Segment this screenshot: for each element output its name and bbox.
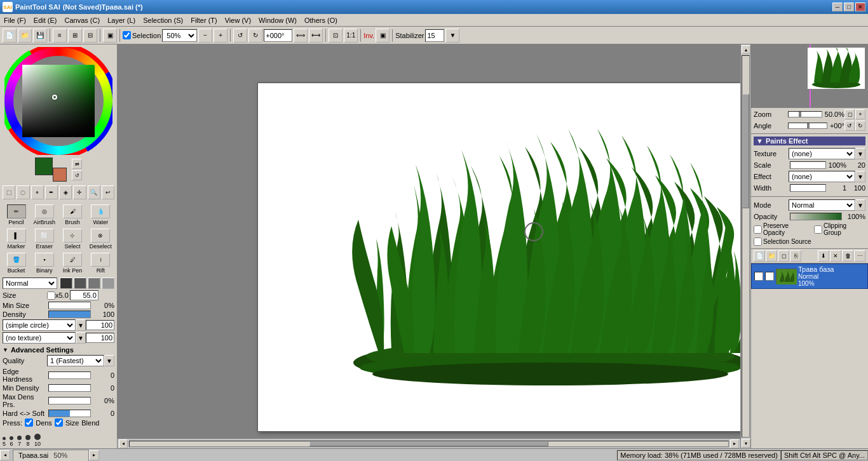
vscrollbar[interactable]: ▴ ▾: [740, 44, 750, 448]
layer-mode-select[interactable]: Normal: [789, 199, 855, 211]
color-wheel-container[interactable]: [4, 47, 112, 155]
texture-value-input[interactable]: [86, 333, 114, 343]
angle-slider[interactable]: [788, 123, 827, 129]
bucket-tool[interactable]: 🪣 Bucket: [3, 251, 30, 275]
menu-others[interactable]: Others (O): [301, 15, 341, 25]
toolbar-save[interactable]: 💾: [33, 29, 47, 43]
fill-btn[interactable]: ◈: [59, 185, 72, 199]
secondary-color-swatch[interactable]: [53, 168, 67, 182]
dot-size-10[interactable]: 10: [34, 434, 41, 447]
zoom-slider[interactable]: [788, 111, 822, 117]
layer-visibility-icon[interactable]: 👁: [754, 272, 763, 281]
magic-wand-btn[interactable]: ⌖: [31, 185, 44, 199]
layer-link-icon[interactable]: ✏: [765, 272, 774, 281]
size-input[interactable]: 55.0: [70, 290, 98, 300]
layer-clear-btn[interactable]: ✕: [830, 250, 841, 262]
eraser-tool[interactable]: ⬜ Eraser: [31, 227, 58, 251]
preserve-opacity-checkbox[interactable]: [754, 225, 762, 234]
vscroll-track[interactable]: [742, 55, 750, 438]
stabilizer-input[interactable]: [425, 29, 444, 42]
canvas-scroll-area[interactable]: [118, 44, 740, 438]
dot-size-6[interactable]: 6: [10, 436, 13, 447]
tab-scroll-right-btn[interactable]: ▸: [89, 450, 99, 460]
menu-canvas[interactable]: Canvas (C): [61, 15, 104, 25]
angle-nav-btn1[interactable]: ↺: [844, 121, 855, 131]
width-slider[interactable]: [790, 184, 826, 192]
clipping-group-checkbox[interactable]: [814, 225, 822, 234]
layer-copy-btn[interactable]: ⎘: [790, 250, 801, 262]
airbrush-tool[interactable]: ◎ AirBrush: [31, 203, 58, 227]
file-tab[interactable]: Трава.sai 50%: [13, 450, 89, 461]
layer-extra-btn[interactable]: ⋯: [854, 250, 865, 262]
menu-filter[interactable]: Filter (T): [187, 15, 221, 25]
primary-color-swatch[interactable]: [35, 157, 53, 175]
texture-type-select[interactable]: (no texture): [3, 332, 76, 344]
zoom-fit-btn[interactable]: ⊡: [329, 29, 342, 43]
min-density-slider[interactable]: [48, 384, 91, 392]
quality-select[interactable]: 1 (Fastest): [47, 355, 104, 366]
effect-dropdown[interactable]: ▼: [855, 171, 865, 182]
dot-size-5[interactable]: 5: [3, 437, 6, 447]
move-btn[interactable]: ✛: [73, 185, 86, 199]
density-slider[interactable]: [48, 311, 91, 318]
scale-slider[interactable]: [790, 161, 826, 169]
menu-edit[interactable]: Edit (E): [30, 15, 61, 25]
brush-tool[interactable]: 🖌 Brush: [59, 203, 86, 227]
effect-select[interactable]: (none): [789, 171, 855, 182]
toolbar-lines[interactable]: ≡: [53, 29, 67, 43]
new-layer-btn[interactable]: 📄: [754, 250, 765, 262]
texture-type-dropdown[interactable]: ▼: [76, 332, 86, 344]
menu-layer[interactable]: Layer (L): [104, 15, 139, 25]
toolbar-open[interactable]: 📁: [18, 29, 32, 43]
shape2-btn[interactable]: [74, 277, 86, 289]
zoom-nav-btn2[interactable]: +: [855, 109, 865, 119]
circle-type-select[interactable]: (simple circle): [3, 319, 76, 331]
rift-tool[interactable]: ≀ Rift: [87, 251, 114, 275]
quality-dropdown[interactable]: ▼: [104, 355, 114, 366]
opacity-slider[interactable]: [790, 213, 842, 220]
zoom-100-btn[interactable]: 1:1: [344, 29, 358, 43]
angle-input[interactable]: [264, 29, 292, 42]
hscroll-track[interactable]: [129, 441, 729, 447]
ink-pen-tool[interactable]: 🖊 Ink Pen: [59, 251, 86, 275]
shape1-btn[interactable]: [60, 277, 72, 289]
eyedropper-btn[interactable]: ✒: [45, 185, 58, 199]
texture-effect-select[interactable]: (none): [789, 148, 855, 159]
zoom-out-btn[interactable]: −: [198, 29, 212, 43]
blend-mode-select[interactable]: Normal: [3, 277, 57, 289]
layer-merge-down-btn[interactable]: ⬇: [818, 250, 829, 262]
inv-btn[interactable]: ▣: [376, 29, 390, 43]
binary-tool[interactable]: ▪ Binary: [31, 251, 58, 275]
max-dens-prs-slider[interactable]: [48, 397, 91, 404]
menu-selection[interactable]: Selection (S): [139, 15, 187, 25]
zoom-tool-btn[interactable]: 🔍: [88, 185, 100, 199]
reset-colors-btn[interactable]: ↺: [72, 170, 82, 180]
pencil-tool[interactable]: ✏ Pencil: [3, 203, 30, 227]
circle-value-input[interactable]: [86, 320, 114, 330]
zoom-in-btn[interactable]: +: [214, 29, 227, 43]
hscroll-thumb[interactable]: [309, 441, 549, 446]
swap-colors-btn[interactable]: ⇄: [72, 159, 82, 169]
toolbar-grid2[interactable]: ⊟: [83, 29, 97, 43]
shape3-btn[interactable]: [88, 277, 100, 289]
menu-file[interactable]: File (F): [0, 15, 30, 25]
stabilizer-down-btn[interactable]: ▼: [445, 29, 459, 43]
close-button[interactable]: ✕: [855, 3, 865, 11]
flip-v-btn[interactable]: ⟷: [309, 29, 323, 43]
color-cursor[interactable]: [52, 95, 57, 100]
menu-view[interactable]: View (V): [221, 15, 255, 25]
selection-checkbox[interactable]: [123, 31, 131, 39]
texture-effect-dropdown[interactable]: ▼: [855, 148, 865, 159]
new-layer-set-btn[interactable]: 📁: [766, 250, 777, 262]
canvas-hscrollbar[interactable]: ◂ ▸: [118, 438, 740, 448]
zoom-select[interactable]: 50% 100%: [162, 29, 197, 42]
shape4-btn[interactable]: [102, 277, 114, 289]
lasso-tool-btn[interactable]: ◌: [17, 185, 29, 199]
layer-folder-btn[interactable]: ◻: [778, 250, 789, 262]
hscroll-right-btn[interactable]: ▸: [730, 439, 739, 448]
marker-tool[interactable]: ▌ Marker: [3, 227, 30, 251]
dot-size-8[interactable]: 8: [25, 435, 31, 447]
angle-nav-btn2[interactable]: ↻: [855, 121, 865, 131]
rotate-tool-btn[interactable]: ↩: [102, 185, 114, 199]
layer-mode-dropdown[interactable]: ▼: [855, 199, 865, 211]
